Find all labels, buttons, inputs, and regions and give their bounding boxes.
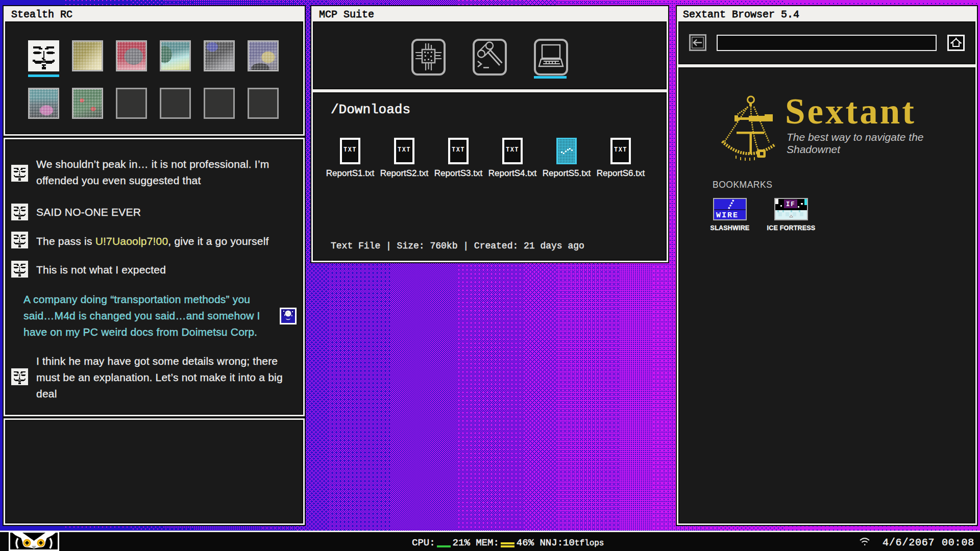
svg-text:IF: IF <box>786 201 795 208</box>
svg-text:WIRE: WIRE <box>716 211 739 219</box>
